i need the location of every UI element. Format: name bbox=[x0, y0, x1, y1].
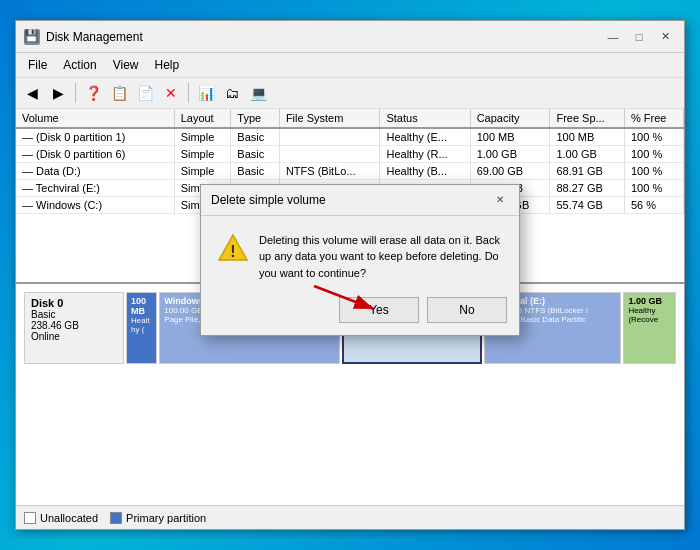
cell-2-6: 68.91 GB bbox=[550, 163, 625, 180]
menu-bar: File Action View Help bbox=[16, 53, 684, 78]
cell-4-7: 56 % bbox=[624, 197, 683, 214]
cell-0-2: Basic bbox=[231, 128, 280, 146]
primary-color-box bbox=[110, 512, 122, 524]
cell-0-5: 100 MB bbox=[470, 128, 550, 146]
window-icon: 💾 bbox=[24, 29, 40, 45]
table-row[interactable]: — Data (D:)SimpleBasicNTFS (BitLo...Heal… bbox=[16, 163, 684, 180]
col-free: Free Sp... bbox=[550, 109, 625, 128]
cell-1-3 bbox=[279, 146, 380, 163]
svg-text:!: ! bbox=[230, 243, 235, 260]
warning-icon: ! bbox=[217, 232, 249, 264]
primary-label: Primary partition bbox=[126, 512, 206, 524]
col-status: Status bbox=[380, 109, 470, 128]
yes-button[interactable]: Yes bbox=[339, 297, 419, 323]
cell-3-6: 88.27 GB bbox=[550, 180, 625, 197]
cell-1-4: Healthy (R... bbox=[380, 146, 470, 163]
help-toolbar-button[interactable]: ❓ bbox=[81, 81, 105, 105]
dialog-body: ! Deleting this volume will erase all da… bbox=[201, 216, 519, 290]
col-capacity: Capacity bbox=[470, 109, 550, 128]
status-bar: Unallocated Primary partition bbox=[16, 505, 684, 529]
cell-0-0: — (Disk 0 partition 1) bbox=[16, 128, 174, 146]
unallocated-color-box bbox=[24, 512, 36, 524]
table-row[interactable]: — (Disk 0 partition 1)SimpleBasicHealthy… bbox=[16, 128, 684, 146]
cell-4-6: 55.74 GB bbox=[550, 197, 625, 214]
toolbar-separator-2 bbox=[188, 83, 189, 103]
menu-action[interactable]: Action bbox=[55, 55, 104, 75]
disk-view-button[interactable]: 📊 bbox=[194, 81, 218, 105]
unallocated-label: Unallocated bbox=[40, 512, 98, 524]
cell-1-0: — (Disk 0 partition 6) bbox=[16, 146, 174, 163]
col-type: Type bbox=[231, 109, 280, 128]
no-button[interactable]: No bbox=[427, 297, 507, 323]
col-volume: Volume bbox=[16, 109, 174, 128]
legend-unallocated: Unallocated bbox=[24, 512, 98, 524]
col-filesystem: File System bbox=[279, 109, 380, 128]
legend-primary: Primary partition bbox=[110, 512, 206, 524]
cell-0-3 bbox=[279, 128, 380, 146]
toolbar-separator-1 bbox=[75, 83, 76, 103]
menu-file[interactable]: File bbox=[20, 55, 55, 75]
cell-0-7: 100 % bbox=[624, 128, 683, 146]
close-button[interactable]: ✕ bbox=[654, 26, 676, 48]
delete-button[interactable]: ✕ bbox=[159, 81, 183, 105]
computer-button[interactable]: 💻 bbox=[246, 81, 270, 105]
cell-1-5: 1.00 GB bbox=[470, 146, 550, 163]
minimize-button[interactable]: — bbox=[602, 26, 624, 48]
toolbar: ◀ ▶ ❓ 📋 📄 ✕ 📊 🗂 💻 bbox=[16, 78, 684, 109]
disk-0-name: Disk 0 bbox=[31, 297, 117, 309]
cell-2-4: Healthy (B... bbox=[380, 163, 470, 180]
back-button[interactable]: ◀ bbox=[20, 81, 44, 105]
dialog-close-button[interactable]: ✕ bbox=[491, 191, 509, 209]
folder-button[interactable]: 🗂 bbox=[220, 81, 244, 105]
disk-0-size: 238.46 GB bbox=[31, 320, 117, 331]
cell-2-3: NTFS (BitLo... bbox=[279, 163, 380, 180]
disk-0-label: Disk 0 Basic 238.46 GB Online bbox=[24, 292, 124, 364]
cell-1-7: 100 % bbox=[624, 146, 683, 163]
menu-view[interactable]: View bbox=[105, 55, 147, 75]
window-controls: — □ ✕ bbox=[602, 26, 676, 48]
cell-0-1: Simple bbox=[174, 128, 231, 146]
partition-0[interactable]: 100 MBHealthy ( bbox=[126, 292, 157, 364]
delete-volume-dialog[interactable]: Delete simple volume ✕ ! Deleting this v… bbox=[200, 184, 520, 337]
cell-1-1: Simple bbox=[174, 146, 231, 163]
cell-3-0: — Techviral (E:) bbox=[16, 180, 174, 197]
disk-0-type: Basic bbox=[31, 309, 117, 320]
properties-button[interactable]: 📋 bbox=[107, 81, 131, 105]
partition-4[interactable]: 1.00 GBHealthy (Recove bbox=[623, 292, 676, 364]
new-button[interactable]: 📄 bbox=[133, 81, 157, 105]
col-layout: Layout bbox=[174, 109, 231, 128]
dialog-message: Deleting this volume will erase all data… bbox=[259, 232, 503, 282]
cell-2-5: 69.00 GB bbox=[470, 163, 550, 180]
window-title: Disk Management bbox=[46, 30, 602, 44]
cell-0-4: Healthy (E... bbox=[380, 128, 470, 146]
cell-0-6: 100 MB bbox=[550, 128, 625, 146]
title-bar: 💾 Disk Management — □ ✕ bbox=[16, 21, 684, 53]
dialog-title-text: Delete simple volume bbox=[211, 193, 326, 207]
cell-1-6: 1.00 GB bbox=[550, 146, 625, 163]
cell-4-0: — Windows (C:) bbox=[16, 197, 174, 214]
cell-1-2: Basic bbox=[231, 146, 280, 163]
dialog-title-bar: Delete simple volume ✕ bbox=[201, 185, 519, 216]
cell-2-0: — Data (D:) bbox=[16, 163, 174, 180]
cell-2-7: 100 % bbox=[624, 163, 683, 180]
disk-0-status: Online bbox=[31, 331, 117, 342]
cell-2-2: Basic bbox=[231, 163, 280, 180]
maximize-button[interactable]: □ bbox=[628, 26, 650, 48]
table-row[interactable]: — (Disk 0 partition 6)SimpleBasicHealthy… bbox=[16, 146, 684, 163]
cell-3-7: 100 % bbox=[624, 180, 683, 197]
forward-button[interactable]: ▶ bbox=[46, 81, 70, 105]
menu-help[interactable]: Help bbox=[147, 55, 188, 75]
col-freepct: % Free bbox=[624, 109, 683, 128]
dialog-buttons: Yes No bbox=[201, 289, 519, 335]
cell-2-1: Simple bbox=[174, 163, 231, 180]
